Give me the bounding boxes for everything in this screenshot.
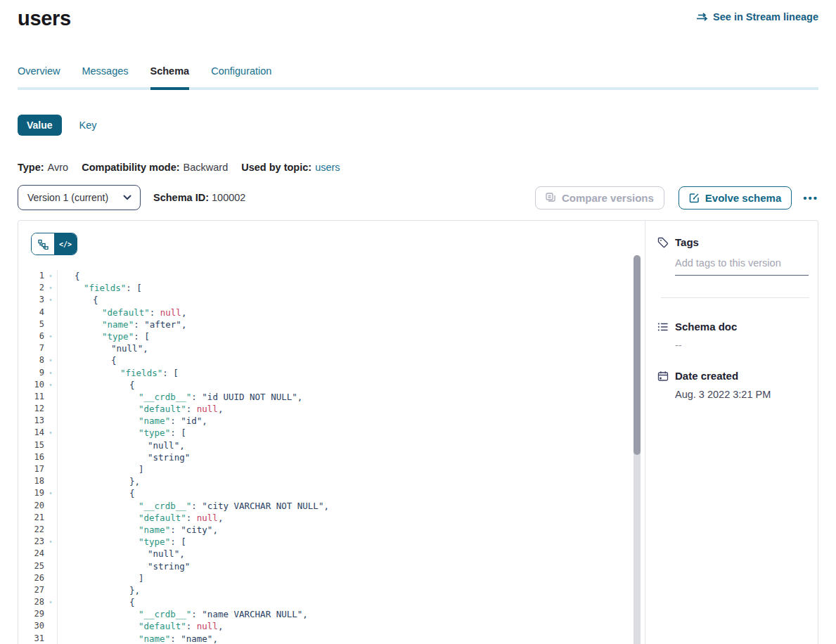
fold-gutter	[44, 439, 57, 451]
tree-view-button[interactable]	[32, 233, 54, 255]
line-number: 28	[18, 596, 44, 608]
fold-gutter	[44, 584, 57, 596]
line-number: 20	[18, 500, 44, 512]
code-text: ]	[57, 572, 631, 584]
fold-gutter	[44, 512, 57, 524]
line-number: 15	[18, 439, 44, 451]
code-line: 17]	[18, 463, 631, 475]
fold-arrow-icon[interactable]: ▾	[44, 367, 57, 379]
code-line: 4"default": null,	[18, 307, 631, 318]
fold-arrow-icon[interactable]: ▾	[44, 596, 57, 608]
compare-versions-button[interactable]: Compare versions	[535, 186, 664, 210]
code-text: "null",	[57, 548, 631, 560]
type-value: Avro	[48, 162, 69, 173]
code-text: "string"	[57, 560, 631, 572]
line-number: 10	[18, 379, 44, 391]
code-text: "default": null,	[57, 307, 631, 318]
line-number: 23	[18, 536, 44, 548]
tab-schema[interactable]: Schema	[150, 64, 190, 78]
active-tab-indicator	[150, 87, 190, 90]
line-number: 2	[18, 282, 44, 294]
fold-arrow-icon[interactable]: ▾	[44, 270, 57, 282]
code-text: "name": "name",	[57, 633, 631, 644]
code-line: 6▾"type": [	[18, 330, 631, 342]
fold-gutter	[44, 391, 57, 403]
tab-configuration[interactable]: Configuration	[211, 64, 271, 78]
code-line: 24"null",	[18, 548, 631, 560]
fold-gutter	[44, 500, 57, 512]
fold-arrow-icon[interactable]: ▾	[44, 379, 57, 391]
compatibility-value: Backward	[184, 162, 229, 173]
code-text: },	[57, 584, 631, 596]
fold-arrow-icon[interactable]: ▾	[44, 294, 57, 306]
fold-gutter	[44, 318, 57, 330]
fold-arrow-icon[interactable]: ▾	[44, 536, 57, 548]
page-header: users See in Stream lineage	[18, 7, 818, 30]
line-number: 29	[18, 608, 44, 620]
tab-overview[interactable]: Overview	[18, 64, 60, 78]
date-created-value: Aug. 3 2022 3:21 PM	[675, 389, 818, 400]
code-line: 27},	[18, 584, 631, 596]
fold-arrow-icon[interactable]: ▾	[44, 487, 57, 499]
code-line: 25"string"	[18, 560, 631, 572]
code-line: 8▾{	[18, 354, 631, 366]
code-view-icon: </>	[59, 240, 72, 248]
code-text: "type": [	[57, 330, 631, 342]
code-line: 5"name": "after",	[18, 318, 631, 330]
fold-arrow-icon[interactable]: ▾	[44, 354, 57, 366]
add-tags-input[interactable]	[675, 257, 809, 276]
fold-gutter	[44, 307, 57, 318]
stream-lineage-link[interactable]: See in Stream lineage	[696, 11, 818, 22]
line-number: 8	[18, 354, 44, 366]
page-title: users	[18, 7, 71, 30]
code-view-button[interactable]: </>	[54, 233, 77, 255]
line-number: 16	[18, 451, 44, 463]
code-line: 29"__crdb__": "name VARCHAR NULL",	[18, 608, 631, 620]
fold-gutter	[44, 524, 57, 536]
code-editor-lines: 1▾{2▾"fields": [3▾{4"default": null,5"na…	[18, 270, 631, 644]
code-line: 18},	[18, 475, 631, 487]
schema-panel: </> 1▾{2▾"fields": [3▾{4"default": null,…	[18, 220, 818, 644]
stream-lineage-icon	[696, 12, 708, 22]
fold-arrow-icon[interactable]: ▾	[44, 282, 57, 294]
evolve-schema-button[interactable]: Evolve schema	[679, 186, 792, 210]
code-line: 3▾{	[18, 294, 631, 306]
code-line: 15"null",	[18, 439, 631, 451]
code-text: {	[57, 354, 631, 366]
fold-gutter	[44, 633, 57, 644]
code-text: "__crdb__": "id UUID NOT NULL",	[57, 391, 631, 403]
more-options-button[interactable]: •••	[803, 192, 818, 204]
code-line: 21"default": null,	[18, 512, 631, 524]
code-scrollbar-track[interactable]	[634, 255, 641, 644]
view-mode-toggle: </>	[31, 233, 77, 255]
fold-gutter	[44, 620, 57, 632]
line-number: 9	[18, 367, 44, 379]
version-select[interactable]: Version 1 (current)	[18, 185, 141, 210]
fold-gutter	[44, 415, 57, 427]
key-toggle-link[interactable]: Key	[79, 120, 97, 131]
line-number: 30	[18, 620, 44, 632]
fold-arrow-icon[interactable]: ▾	[44, 427, 57, 439]
fold-arrow-icon[interactable]: ▾	[44, 330, 57, 342]
code-text: "string"	[57, 451, 631, 463]
code-text: "null",	[57, 439, 631, 451]
code-text: "__crdb__": "name VARCHAR NULL",	[57, 608, 631, 620]
code-line: 28▾{	[18, 596, 631, 608]
list-icon	[657, 321, 669, 333]
date-created-heading: Date created	[675, 370, 738, 382]
code-line: 14▾"type": [	[18, 427, 631, 439]
tab-messages[interactable]: Messages	[82, 64, 128, 78]
used-by-topic-label: Used by topic:	[241, 162, 311, 173]
topic-link[interactable]: users	[315, 162, 340, 173]
code-line: 13"name": "id",	[18, 415, 631, 427]
schema-doc-heading: Schema doc	[675, 321, 737, 333]
code-scrollbar-thumb[interactable]	[634, 255, 641, 455]
value-toggle-button[interactable]: Value	[18, 115, 62, 136]
code-text: "name": "id",	[57, 415, 631, 427]
code-line: 12"default": null,	[18, 403, 631, 415]
line-number: 26	[18, 572, 44, 584]
code-line: 7"null",	[18, 342, 631, 354]
code-text: {	[57, 487, 631, 499]
tags-heading-row: Tags	[645, 236, 818, 248]
compatibility-label: Compatibility mode:	[82, 162, 179, 173]
